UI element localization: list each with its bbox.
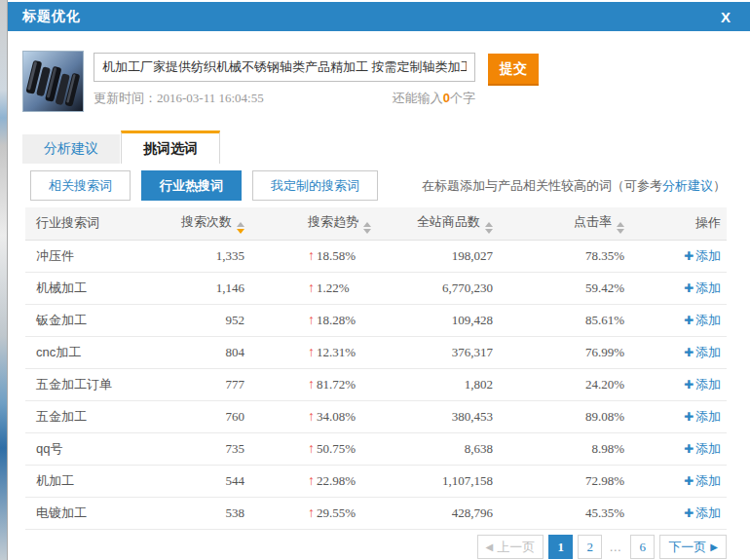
add-keyword-button[interactable]: ✚添加: [684, 409, 721, 424]
sort-icon-ctr[interactable]: [617, 222, 624, 234]
keyword-table: 行业搜索词 搜索次数 搜索趋势 全站商品数 点击率 操作: [25, 207, 727, 530]
tab-pick-words[interactable]: 挑词选词: [121, 131, 220, 164]
plus-icon: ✚: [684, 346, 694, 359]
sort-icon-search-count[interactable]: [237, 222, 244, 234]
cell-product-count: 376,317: [405, 336, 493, 368]
add-keyword-button[interactable]: ✚添加: [684, 441, 721, 456]
prev-arrow-icon: ◀: [486, 541, 494, 552]
cell-keyword: 冲压件: [25, 240, 171, 272]
table-row: cnc加工 804 ↑12.31% 376,317 76.99% ✚添加: [25, 336, 727, 368]
trend-up-icon: ↑: [308, 504, 315, 520]
cell-ctr: 89.08%: [493, 400, 624, 432]
prev-page-button[interactable]: ◀ 上一页: [477, 535, 544, 559]
add-keyword-button[interactable]: ✚添加: [684, 280, 721, 295]
meta-row: 更新时间：2016-03-11 16:04:55 还能输入0个字: [94, 90, 475, 107]
background-page-sliver: [0, 0, 7, 560]
cell-keyword: 五金加工订单: [25, 368, 171, 400]
product-title-input[interactable]: [94, 53, 475, 82]
tab-bar: 分析建议 挑词选词: [22, 131, 220, 164]
trend-up-icon: ↑: [308, 440, 315, 456]
page-button-1[interactable]: 1: [548, 535, 573, 559]
pagination: ◀ 上一页 1 2 … 6 下一页 ▶: [477, 535, 727, 559]
submit-button[interactable]: 提交: [488, 54, 539, 86]
plus-icon: ✚: [684, 378, 694, 392]
cell-search-count: 952: [171, 304, 244, 336]
hint-text: 在标题添加与产品相关性较高的词（可参考分析建议）: [422, 177, 726, 195]
trend-up-icon: ↑: [308, 408, 315, 424]
cell-action: ✚添加: [624, 497, 727, 529]
cell-search-trend: ↑18.28%: [244, 304, 405, 336]
cell-ctr: 59.42%: [493, 272, 624, 304]
cell-keyword: 钣金加工: [25, 304, 171, 336]
col-header-ctr[interactable]: 点击率: [493, 207, 624, 240]
cell-keyword: 机加工: [25, 465, 171, 497]
add-keyword-button[interactable]: ✚添加: [684, 377, 721, 392]
filter-industry-hot-keywords[interactable]: 行业热搜词: [141, 170, 242, 201]
filter-related-keywords[interactable]: 相关搜索词: [30, 170, 131, 201]
cell-action: ✚添加: [624, 400, 727, 432]
filter-my-custom-keywords[interactable]: 我定制的搜索词: [252, 170, 378, 201]
cell-action: ✚添加: [624, 465, 727, 497]
add-keyword-button[interactable]: ✚添加: [684, 473, 721, 488]
add-keyword-button[interactable]: ✚添加: [684, 505, 721, 520]
cell-action: ✚添加: [624, 432, 727, 465]
cell-product-count: 8,638: [405, 432, 493, 465]
cell-action: ✚添加: [624, 368, 727, 400]
cell-keyword: 五金加工: [25, 400, 171, 432]
cell-keyword: cnc加工: [25, 336, 171, 368]
trend-up-icon: ↑: [308, 312, 315, 327]
hint-analysis-link[interactable]: 分析建议: [662, 178, 713, 193]
cell-product-count: 1,802: [405, 368, 493, 400]
update-time-label: 更新时间：: [94, 91, 157, 105]
page-button-6[interactable]: 6: [630, 535, 655, 559]
cell-search-trend: ↑1.22%: [244, 272, 405, 304]
cell-product-count: 198,027: [405, 240, 493, 272]
trend-up-icon: ↑: [308, 376, 315, 392]
cell-ctr: 45.35%: [493, 497, 624, 529]
hint-suffix: ）: [713, 178, 726, 193]
add-keyword-button[interactable]: ✚添加: [684, 345, 721, 359]
plus-icon: ✚: [684, 314, 694, 327]
product-thumbnail: [22, 51, 84, 112]
col-header-product-count[interactable]: 全站商品数: [405, 207, 493, 240]
chars-left-suffix: 个字: [450, 91, 475, 105]
col-header-search-count[interactable]: 搜索次数: [171, 207, 244, 240]
cell-product-count: 428,796: [405, 497, 493, 529]
close-icon[interactable]: X: [721, 9, 731, 25]
cell-action: ✚添加: [624, 240, 727, 272]
trend-up-icon: ↑: [308, 247, 315, 263]
cell-action: ✚添加: [624, 336, 727, 368]
cell-search-trend: ↑50.75%: [244, 432, 405, 465]
tab-analysis-suggestion[interactable]: 分析建议: [22, 134, 120, 164]
update-time-value: 2016-03-11 16:04:55: [157, 91, 264, 105]
cell-search-count: 544: [171, 465, 244, 497]
cell-ctr: 24.20%: [493, 368, 624, 400]
add-keyword-button[interactable]: ✚添加: [684, 248, 721, 263]
hint-prefix: 在标题添加与产品相关性较高的词（可参考: [422, 178, 662, 193]
table-row: 机加工 544 ↑22.98% 1,107,158 72.98% ✚添加: [25, 465, 727, 497]
trend-up-icon: ↑: [308, 472, 315, 488]
table-row: qq号 735 ↑50.75% 8,638 8.98% ✚添加: [25, 432, 727, 465]
cell-search-trend: ↑12.31%: [244, 336, 405, 368]
col-header-search-trend[interactable]: 搜索趋势: [244, 207, 405, 240]
sort-icon-product-count[interactable]: [485, 222, 493, 234]
trend-up-icon: ↑: [308, 344, 315, 359]
update-time: 更新时间：2016-03-11 16:04:55: [94, 90, 264, 107]
cell-search-count: 760: [171, 400, 244, 432]
cell-search-trend: ↑81.72%: [244, 368, 405, 400]
cell-search-count: 777: [171, 368, 244, 400]
cell-search-count: 1,146: [171, 272, 244, 304]
cell-action: ✚添加: [624, 304, 727, 336]
col-header-action: 操作: [624, 207, 727, 240]
add-keyword-button[interactable]: ✚添加: [684, 313, 721, 327]
cell-search-trend: ↑18.58%: [244, 240, 405, 272]
page-button-2[interactable]: 2: [578, 535, 602, 559]
plus-icon: ✚: [684, 474, 694, 488]
next-page-button[interactable]: 下一页 ▶: [659, 535, 727, 559]
cell-search-trend: ↑29.55%: [244, 497, 405, 529]
chars-left-count: 0: [443, 91, 450, 105]
cell-ctr: 76.99%: [493, 336, 624, 368]
table-row: 电镀加工 538 ↑29.55% 428,796 45.35% ✚添加: [25, 497, 727, 529]
sort-icon-search-trend[interactable]: [363, 222, 371, 234]
cell-ctr: 72.98%: [493, 465, 624, 497]
